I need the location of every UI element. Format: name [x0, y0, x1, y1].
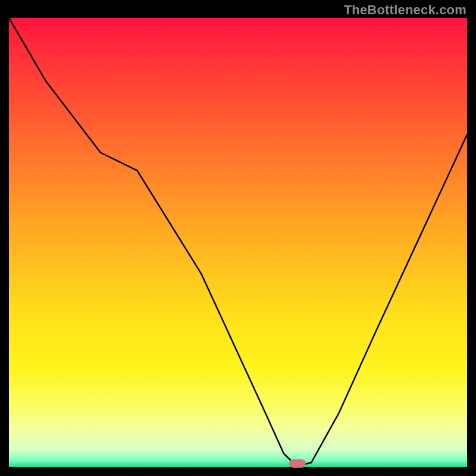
- curve-path: [9, 18, 467, 465]
- bottleneck-curve: [9, 18, 467, 467]
- plot-area: [9, 18, 467, 467]
- chart-frame: TheBottleneck.com: [0, 0, 476, 476]
- optimal-marker: [289, 459, 306, 468]
- attribution-text: TheBottleneck.com: [344, 2, 466, 18]
